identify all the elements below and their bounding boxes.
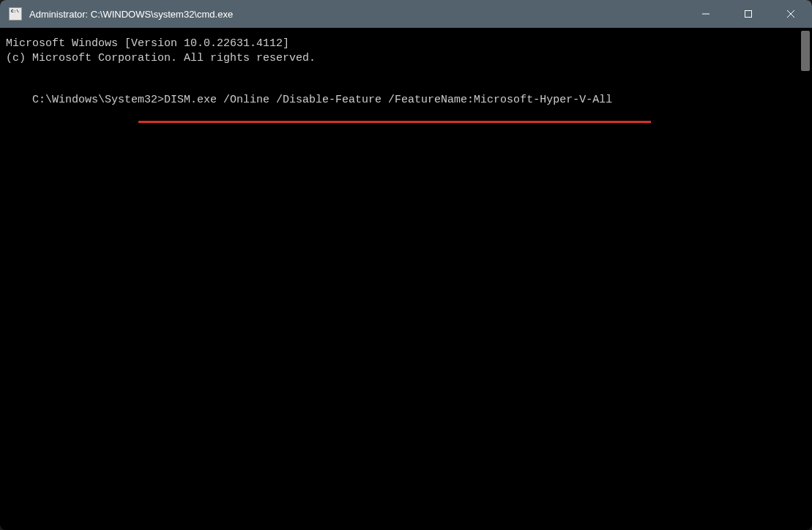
terminal-content[interactable]: Microsoft Windows [Version 10.0.22631.41… [0, 28, 812, 530]
window-controls [685, 0, 812, 28]
command-text: DISM.exe /Online /Disable-Feature /Featu… [164, 94, 612, 106]
maximize-icon [744, 10, 753, 18]
prompt: C:\Windows\System32> [32, 94, 164, 106]
close-icon [786, 10, 795, 18]
maximize-button[interactable] [727, 0, 770, 28]
close-button[interactable] [770, 0, 812, 28]
minimize-icon [701, 10, 710, 18]
version-line: Microsoft Windows [Version 10.0.22631.41… [6, 37, 806, 51]
window-title: Administrator: C:\WINDOWS\system32\cmd.e… [29, 9, 685, 20]
titlebar[interactable]: Administrator: C:\WINDOWS\system32\cmd.e… [0, 0, 812, 28]
minimize-button[interactable] [685, 0, 727, 28]
red-underline-annotation [138, 121, 651, 123]
command-line: C:\Windows\System32>DISM.exe /Online /Di… [6, 78, 806, 122]
svg-rect-1 [745, 11, 752, 18]
copyright-line: (c) Microsoft Corporation. All rights re… [6, 51, 806, 66]
scrollbar-thumb[interactable] [801, 31, 810, 71]
cmd-icon [9, 7, 22, 20]
